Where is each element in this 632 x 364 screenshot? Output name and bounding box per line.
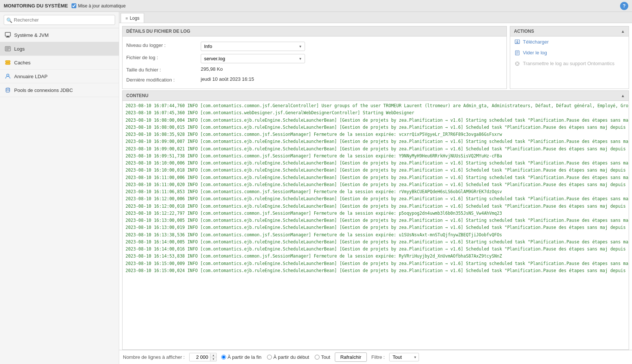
filter-select[interactable]: Tout Info Warning Error Debug: [389, 353, 419, 361]
action-transmettre-label: Transmettre le log au support Ontomantic…: [523, 61, 614, 66]
radio-from-start-input[interactable]: [267, 355, 272, 360]
log-line: 2023-08-10 16:12:00,018 INFO [com.ontoma…: [126, 203, 626, 210]
sidebar-item-logs[interactable]: Logs: [0, 42, 119, 56]
log-file-label: Fichier de log :: [126, 52, 201, 65]
spinner-buttons: ▲ ▼: [210, 354, 216, 361]
log-line: 2023-08-10 16:11:00,020 INFO [com.ontoma…: [126, 181, 626, 188]
radio-from-end-input[interactable]: [221, 355, 226, 360]
sidebar-item-jdbc[interactable]: Pools de connexions JDBC: [0, 83, 119, 97]
svg-point-22: [517, 64, 518, 65]
action-telecharger[interactable]: Télécharger: [510, 36, 629, 47]
action-vider-log-label: Vider le log: [523, 50, 547, 55]
log-line: 2023-08-10 16:13:00,005 INFO [com.ontoma…: [126, 217, 626, 224]
help-icon[interactable]: ?: [620, 2, 628, 10]
log-line: 2023-08-10 16:07:44,760 INFO [com.ontoma…: [126, 102, 626, 109]
actions-section-header: ACTIONS ▲: [510, 26, 629, 36]
content-section: CONTENU ▲ 2023-08-10 16:07:44,760 INFO […: [122, 90, 629, 350]
radio-from-start-label: À partir du début: [273, 354, 309, 360]
tab-logs-label: Logs: [130, 16, 139, 21]
content-title: CONTENU: [126, 93, 148, 98]
log-line: 2023-08-10 16:09:00,007 INFO [com.ontoma…: [126, 138, 626, 145]
log-line: 2023-08-10 16:12:00,006 INFO [com.ontoma…: [126, 195, 626, 202]
log-line: 2023-08-10 16:14:53,838 INFO [com.ontoma…: [126, 253, 626, 260]
log-line: 2023-08-10 16:10:00,018 INFO [com.ontoma…: [126, 167, 626, 174]
sidebar-item-label-ldap: Annuaire LDAP: [14, 74, 48, 79]
clear-icon: [515, 50, 520, 55]
footer-bar: Nombre de lignes à afficher : ▲ ▼ À part…: [119, 350, 632, 364]
svg-rect-0: [5, 32, 10, 36]
actions-list: Télécharger Vider le log: [510, 36, 629, 69]
file-size-value: 295,98 Ko: [201, 65, 503, 75]
log-file-value: server.log access.log error.log: [201, 52, 503, 65]
db-icon: [4, 87, 11, 93]
file-size-label: Taille du fichier :: [126, 65, 201, 75]
radio-from-start[interactable]: À partir du début: [267, 354, 309, 360]
log-line: 2023-08-10 16:10:00,006 INFO [com.ontoma…: [126, 160, 626, 167]
actions-panel: ACTIONS ▲ Télécharger: [510, 26, 629, 89]
lines-input[interactable]: [190, 353, 210, 361]
content-area: ≡ Logs DÉTAILS DU FICHIER DE LOG Niveau …: [119, 12, 632, 364]
send-icon: [515, 61, 520, 66]
spinner-down[interactable]: ▼: [210, 357, 216, 361]
actions-title: ACTIONS: [514, 29, 534, 34]
sidebar-item-label-systeme: Système & JVM: [14, 32, 48, 38]
cache-icon: [4, 59, 11, 66]
svg-point-20: [517, 62, 518, 63]
log-line: 2023-08-10 16:08:00,015 INFO [com.ontoma…: [126, 124, 626, 131]
sidebar-item-caches[interactable]: Caches: [0, 56, 119, 70]
log-line: 2023-08-10 16:11:00,006 INFO [com.ontoma…: [126, 174, 626, 181]
log-line: 2023-08-10 16:15:00,009 INFO [com.ontoma…: [126, 260, 626, 267]
computer-icon: [4, 32, 11, 38]
last-modified-label: Dernière modification :: [126, 75, 201, 85]
svg-point-19: [516, 63, 517, 64]
log-line: 2023-08-10 16:07:45,360 INFO [com.ontoma…: [126, 109, 626, 116]
action-telecharger-label: Télécharger: [523, 39, 549, 45]
lines-label: Nombre de lignes à afficher :: [123, 354, 185, 360]
log-line: 2023-08-10 16:15:00,024 INFO [com.ontoma…: [126, 267, 626, 274]
sidebar: 🔍 Système & JVM: [0, 12, 119, 364]
refresh-button[interactable]: Rafraîchir: [335, 352, 367, 362]
tab-logs-icon: ≡: [126, 16, 128, 20]
download-icon: [515, 39, 520, 45]
log-line: 2023-08-10 16:09:00,021 INFO [com.ontoma…: [126, 146, 626, 153]
content-collapse-icon[interactable]: ▲: [621, 93, 625, 98]
tab-bar: ≡ Logs: [119, 12, 632, 23]
radio-from-end[interactable]: À partir de la fin: [221, 354, 261, 360]
log-line: 2023-08-10 16:14:00,005 INFO [com.ontoma…: [126, 239, 626, 246]
filter-select-wrapper: Tout Info Warning Error Debug: [389, 353, 419, 361]
search-container: 🔍: [0, 12, 119, 28]
svg-rect-7: [6, 61, 10, 62]
last-modified-value: jeudi 10 août 2023 16:15: [201, 75, 503, 85]
spinner-up[interactable]: ▲: [210, 354, 216, 357]
logger-level-select[interactable]: Info Debug Warning Error: [201, 42, 305, 51]
svg-point-9: [7, 74, 9, 76]
sidebar-item-label-jdbc: Pools de connexions JDBC: [14, 87, 73, 93]
log-line: 2023-08-10 16:14:00,016 INFO [com.ontoma…: [126, 246, 626, 253]
svg-rect-1: [7, 36, 9, 37]
auto-update-checkbox[interactable]: [72, 3, 76, 8]
log-line: 2023-08-10 16:13:00,019 INFO [com.ontoma…: [126, 224, 626, 231]
logger-level-label: Niveau du logger :: [126, 40, 201, 52]
radio-tout-input[interactable]: [315, 355, 320, 360]
sidebar-item-ldap[interactable]: Annuaire LDAP: [0, 70, 119, 83]
radio-tout-label: Tout: [321, 354, 330, 360]
tab-logs[interactable]: ≡ Logs: [121, 13, 144, 23]
actions-collapse-icon[interactable]: ▲: [621, 29, 625, 33]
sidebar-item-label-caches: Caches: [14, 60, 31, 66]
radio-group: À partir de la fin À partir du début Tou…: [221, 354, 330, 360]
sidebar-item-systeme-jvm[interactable]: Système & JVM: [0, 28, 119, 42]
action-vider-log[interactable]: Vider le log: [510, 47, 629, 58]
search-input[interactable]: [4, 15, 115, 25]
log-line: 2023-08-10 16:08:35,928 INFO [com.ontoma…: [126, 131, 626, 138]
log-line: 2023-08-10 16:12:22,797 INFO [com.ontoma…: [126, 210, 626, 217]
log-line: 2023-08-10 16:08:00,004 INFO [com.ontoma…: [126, 117, 626, 124]
lines-input-wrapper: ▲ ▼: [189, 353, 217, 361]
log-line: 2023-08-10 16:09:51,738 INFO [com.ontoma…: [126, 153, 626, 160]
radio-from-end-label: À partir de la fin: [228, 354, 261, 360]
svg-rect-8: [6, 63, 10, 64]
filter-label: Filtre :: [371, 354, 385, 360]
log-file-select[interactable]: server.log access.log error.log: [201, 54, 305, 63]
radio-tout[interactable]: Tout: [315, 354, 330, 360]
auto-update-label[interactable]: Mise à jour automatique: [72, 3, 126, 9]
details-panel: DÉTAILS DU FICHIER DE LOG Niveau du logg…: [122, 26, 507, 89]
